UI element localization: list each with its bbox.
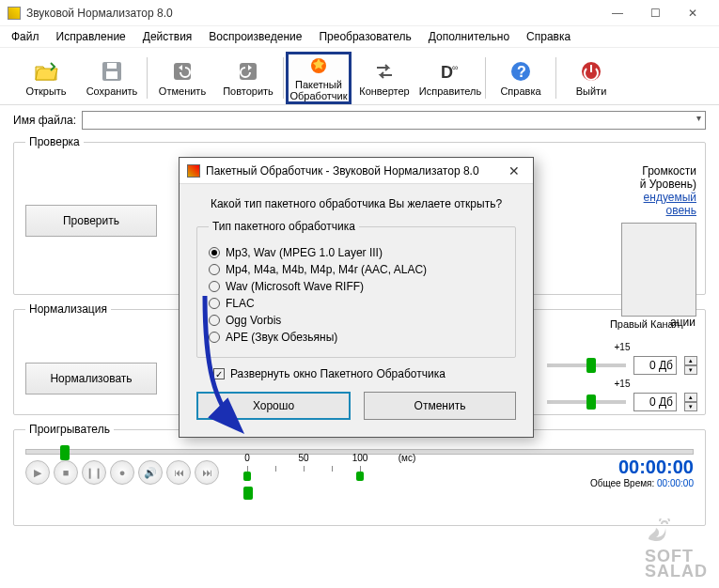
radio-ogg[interactable]: Ogg Vorbis — [209, 314, 504, 327]
checkbox-icon: ✓ — [213, 368, 225, 379]
radio-icon — [209, 281, 220, 292]
dialog-close-button[interactable]: ✕ — [503, 163, 525, 178]
radio-ape[interactable]: APE (Звук Обезьяны) — [209, 331, 504, 344]
dialog-prompt: Какой тип пакетного обработчика Вы желае… — [196, 197, 516, 210]
radio-icon — [209, 264, 220, 275]
dialog-overlay: Пакетный Обработчик - Звуковой Нормализа… — [0, 0, 719, 588]
dialog-title: Пакетный Обработчик - Звуковой Нормализа… — [206, 164, 503, 178]
dialog-icon — [187, 164, 200, 178]
radio-icon — [209, 315, 220, 326]
cancel-button[interactable]: Отменить — [364, 392, 516, 420]
ok-button[interactable]: Хорошо — [196, 392, 351, 420]
dialog-titlebar[interactable]: Пакетный Обработчик - Звуковой Нормализа… — [180, 158, 533, 184]
batch-dialog: Пакетный Обработчик - Звуковой Нормализа… — [179, 157, 534, 438]
radio-wav[interactable]: Wav (Microsoft Wave RIFF) — [209, 280, 504, 293]
radio-flac[interactable]: FLAC — [209, 297, 504, 310]
radio-mp4[interactable]: Mp4, M4a, M4b, M4p, M4r (AAC, ALAC) — [209, 263, 504, 276]
processor-type-legend: Тип пакетного обработчика — [209, 220, 359, 233]
watermark: SOFTSALAD — [645, 518, 708, 579]
radio-icon — [209, 247, 220, 258]
radio-icon — [209, 298, 220, 309]
radio-icon — [209, 332, 220, 343]
processor-type-group: Тип пакетного обработчика Mp3, Wav (MPEG… — [196, 220, 516, 358]
radio-mp3[interactable]: Mp3, Wav (MPEG 1.0 Layer III) — [209, 246, 504, 259]
expand-checkbox[interactable]: ✓Развернуть окно Пакетного Обработчика — [213, 367, 516, 380]
